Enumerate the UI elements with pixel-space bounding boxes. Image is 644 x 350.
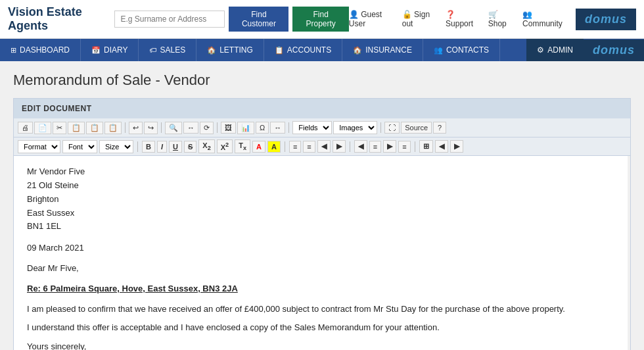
nav-item-admin[interactable]: ⚙ ADMIN xyxy=(526,39,584,61)
nav-item-dashboard[interactable]: ⊞ DASHBOARD xyxy=(0,39,81,61)
admin-icon: ⚙ xyxy=(537,45,544,55)
main-nav: ⊞ DASHBOARD 📅 DIARY 🏷 SALES 🏠 LETTING 📋 … xyxy=(0,39,644,61)
subscript-button[interactable]: X2 xyxy=(198,139,214,153)
nav-item-accounts[interactable]: 📋 ACCOUNTS xyxy=(264,39,342,61)
doc-body-para1: I am pleased to confirm that we have rec… xyxy=(27,303,614,316)
address-line1: 21 Old Steine xyxy=(27,179,614,193)
toolbar-btn-help[interactable]: ? xyxy=(433,122,446,134)
align-center-button[interactable]: ≡ xyxy=(369,141,381,153)
recipient-address: Mr Vendor Five 21 Old Steine Brighton Ea… xyxy=(27,165,614,234)
contacts-icon: 👥 xyxy=(434,46,443,55)
community-link[interactable]: Community xyxy=(522,10,568,28)
logo: Vision Estate Agents xyxy=(8,5,114,33)
doc-valediction: Yours sincerely, xyxy=(27,340,614,350)
outdent-button[interactable]: ◀ xyxy=(317,140,331,153)
document-content[interactable]: Mr Vendor Five 21 Old Steine Brighton Ea… xyxy=(14,156,630,350)
address-line4: BN1 1EL xyxy=(27,220,614,234)
domus-logo: domus xyxy=(576,9,636,30)
nav-item-sales[interactable]: 🏷 SALES xyxy=(139,39,196,61)
toolbar-btn-fullscreen[interactable]: ⛶ xyxy=(384,122,400,134)
search-area: Find Customer Find Property xyxy=(114,7,348,32)
toolbar-btn-search[interactable]: 🔍 xyxy=(165,122,182,134)
underline-button[interactable]: U xyxy=(169,141,182,153)
header-right: Guest User Sign out Support Shop Communi… xyxy=(349,9,636,30)
nav-label-diary: DIARY xyxy=(104,45,127,55)
size-select[interactable]: Size xyxy=(99,140,133,153)
nav-item-insurance[interactable]: 🏠 INSURANCE xyxy=(342,39,423,61)
guest-user-label[interactable]: Guest User xyxy=(349,10,394,28)
toolbar-btn-hline[interactable]: ↔ xyxy=(270,122,285,134)
align-left-button[interactable]: ◀ xyxy=(354,140,367,153)
toolbar-btn-spell[interactable]: ⟳ xyxy=(200,122,214,134)
signout-icon xyxy=(402,10,414,19)
recipient-name: Mr Vendor Five xyxy=(27,165,614,179)
indent-button[interactable]: ▶ xyxy=(333,140,346,153)
sep9 xyxy=(415,141,415,152)
nav-item-contacts[interactable]: 👥 CONTACTS xyxy=(423,39,500,61)
fields-dropdown[interactable]: Fields xyxy=(292,121,332,134)
accounts-icon: 📋 xyxy=(275,46,284,55)
toolbar-btn-replace[interactable]: ↔ xyxy=(183,122,198,134)
toolbar-btn-image[interactable]: 🖼 xyxy=(221,122,236,134)
support-link[interactable]: Support xyxy=(446,10,480,28)
toolbar-btn-undo[interactable]: ↩ xyxy=(129,122,143,134)
nav-item-letting[interactable]: 🏠 LETTING xyxy=(196,39,264,61)
dashboard-icon: ⊞ xyxy=(11,46,16,55)
toolbar-btn-source[interactable]: Source xyxy=(401,122,432,134)
find-customer-button[interactable]: Find Customer xyxy=(229,7,288,32)
format-select[interactable]: Format xyxy=(18,140,60,153)
bold-button[interactable]: B xyxy=(142,141,155,153)
format-toolbar: Format Font Size B I U S X2 X2 Tx A A ≡ … xyxy=(14,138,630,156)
sep2 xyxy=(161,122,162,133)
toolbar-btn-paste2[interactable]: 📋 xyxy=(104,122,122,134)
unorderedlist-button[interactable]: ≡ xyxy=(303,141,315,153)
nav-label-insurance: INSURANCE xyxy=(365,45,412,55)
doc-salutation: Dear Mr Five, xyxy=(27,262,614,276)
toolbar-btn-table[interactable]: 📊 xyxy=(237,122,254,134)
font-select[interactable]: Font xyxy=(62,140,97,153)
orderedlist-button[interactable]: ≡ xyxy=(289,141,301,153)
find-property-button[interactable]: Find Property xyxy=(292,7,348,32)
community-icon xyxy=(522,10,532,19)
strikethrough-button[interactable]: S xyxy=(184,141,196,153)
doc-date: 09 March 2021 xyxy=(27,241,614,255)
ltr-button[interactable]: ◀ xyxy=(435,140,448,153)
sep8 xyxy=(350,141,350,152)
doc-body-para2: I understand this offer is acceptable an… xyxy=(27,321,614,335)
signout-link[interactable]: Sign out xyxy=(402,10,438,28)
toolbar-btn-paste[interactable]: 📋 xyxy=(86,122,103,134)
nav-domus-logo: domus xyxy=(584,39,644,61)
toolbar-btn-new[interactable]: 📄 xyxy=(34,122,51,134)
nav-label-dashboard: DASHBOARD xyxy=(20,45,70,55)
toolbar-btn-omega[interactable]: Ω xyxy=(256,122,269,134)
italic-button[interactable]: I xyxy=(157,141,167,153)
search-input[interactable] xyxy=(114,11,225,28)
fontcolor-button[interactable]: A xyxy=(252,141,265,153)
superscript-button[interactable]: X2 xyxy=(217,139,233,153)
nav-label-sales: SALES xyxy=(160,45,185,55)
rtl-button[interactable]: ▶ xyxy=(450,140,463,153)
sep3 xyxy=(217,122,218,133)
nav-label-letting: LETTING xyxy=(219,45,253,55)
align-justify-button[interactable]: ≡ xyxy=(398,141,410,153)
toolbar-btn-print[interactable]: 🖨 xyxy=(18,122,33,134)
table-btn[interactable]: ⊞ xyxy=(419,140,433,153)
main-content: Memorandum of Sale - Vendor EDIT DOCUMEN… xyxy=(0,61,644,350)
nav-label-contacts: CONTACTS xyxy=(446,45,489,55)
align-right-button[interactable]: ▶ xyxy=(383,140,396,153)
letting-icon: 🏠 xyxy=(207,46,216,55)
images-dropdown[interactable]: Images xyxy=(333,121,377,134)
nav-item-diary[interactable]: 📅 DIARY xyxy=(81,39,139,61)
toolbar-btn-cut[interactable]: ✂ xyxy=(53,122,66,134)
sep6 xyxy=(137,141,138,152)
sep7 xyxy=(285,141,285,152)
insurance-icon: 🏠 xyxy=(353,46,362,55)
user-icon xyxy=(349,10,361,19)
bgcolor-button[interactable]: A xyxy=(267,141,281,153)
toolbar-btn-redo[interactable]: ↪ xyxy=(144,122,158,134)
sep4 xyxy=(288,122,289,133)
toolbar-btn-copy[interactable]: 📋 xyxy=(68,122,85,134)
removeformat-button[interactable]: Tx xyxy=(235,139,250,153)
editor-toolbar: 🖨 📄 ✂ 📋 📋 📋 ↩ ↪ 🔍 ↔ ⟳ 🖼 📊 Ω ↔ Fields Ima… xyxy=(14,118,630,138)
shop-link[interactable]: Shop xyxy=(488,10,515,28)
